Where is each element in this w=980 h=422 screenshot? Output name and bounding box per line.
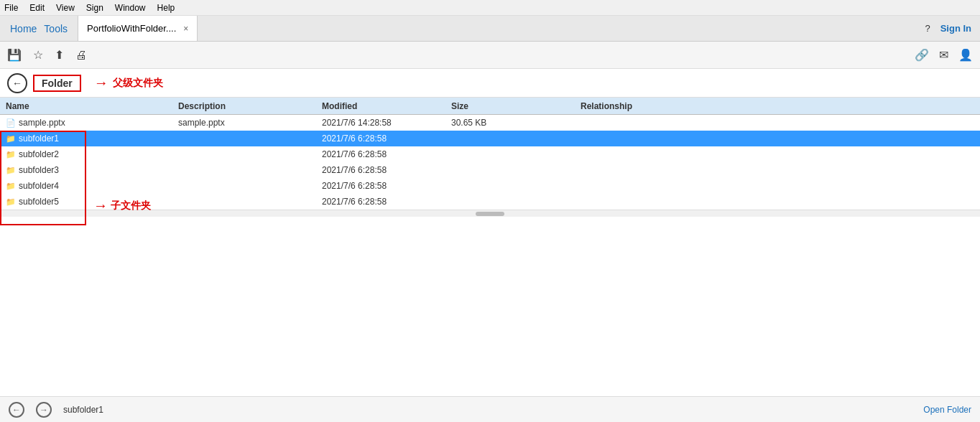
file-modified: 2021/7/6 6:28:58 bbox=[316, 197, 445, 207]
file-name-label: subfolder1 bbox=[19, 133, 59, 144]
nav-back-button[interactable]: ← bbox=[9, 402, 24, 418]
file-name: 📁 subfolder3 bbox=[0, 165, 172, 175]
folder-icon: 📁 bbox=[6, 197, 16, 207]
file-name: 📁 subfolder2 bbox=[0, 149, 172, 159]
menu-window[interactable]: Window bbox=[115, 3, 146, 13]
file-name: 📄 sample.pptx bbox=[0, 118, 172, 128]
file-row[interactable]: 📁 subfolder4 2021/7/6 6:28:58 bbox=[0, 178, 980, 194]
col-header-modified: Modified bbox=[316, 101, 445, 111]
sign-in-button[interactable]: Sign In bbox=[940, 23, 971, 34]
file-row[interactable]: 📁 subfolder3 2021/7/6 6:28:58 bbox=[0, 162, 980, 178]
toolbar-right: 🔗 ✉ 👤 bbox=[915, 48, 973, 62]
menu-bar: File Edit View Sign Window Help bbox=[0, 0, 980, 16]
file-modified: 2021/7/6 6:28:58 bbox=[316, 181, 445, 191]
col-header-relationship: Relationship bbox=[575, 101, 980, 111]
folder-icon: 📁 bbox=[6, 166, 16, 175]
parent-folder-arrow: → bbox=[94, 75, 108, 91]
folder-nav: ← Folder → 父级文件夹 bbox=[0, 69, 980, 98]
file-description: sample.pptx bbox=[172, 118, 316, 128]
tab-right-actions: ? Sign In bbox=[925, 16, 980, 41]
file-name-label: subfolder2 bbox=[19, 149, 59, 159]
file-row[interactable]: 📁 subfolder1 2021/7/6 6:28:58 bbox=[0, 131, 980, 146]
upload-icon[interactable]: ⬆ bbox=[55, 48, 64, 62]
scroll-area[interactable] bbox=[0, 210, 980, 217]
user-icon[interactable]: 👤 bbox=[958, 48, 973, 62]
parent-folder-label: 父级文件夹 bbox=[113, 77, 163, 90]
scroll-thumb bbox=[476, 212, 504, 216]
help-icon[interactable]: ? bbox=[925, 23, 930, 34]
col-header-name[interactable]: Name bbox=[0, 101, 172, 111]
menu-help[interactable]: Help bbox=[157, 3, 175, 13]
file-modified: 2021/7/6 6:28:58 bbox=[316, 133, 445, 144]
folder-icon: 📁 bbox=[6, 150, 16, 159]
main-content: ← Folder → 父级文件夹 Name Description Modifi… bbox=[0, 69, 980, 217]
menu-sign[interactable]: Sign bbox=[86, 3, 103, 13]
print-icon[interactable]: 🖨 bbox=[75, 49, 87, 62]
pptx-icon: 📄 bbox=[6, 118, 16, 128]
open-folder-button[interactable]: Open Folder bbox=[923, 405, 971, 415]
file-name-label: sample.pptx bbox=[19, 118, 65, 128]
file-modified: 2021/7/6 6:28:58 bbox=[316, 165, 445, 175]
file-rows-wrapper: 📄 sample.pptx sample.pptx 2021/7/6 14:28… bbox=[0, 115, 980, 210]
file-name: 📁 subfolder5 bbox=[0, 197, 172, 207]
file-name-label: subfolder3 bbox=[19, 165, 59, 175]
file-row[interactable]: 📁 subfolder5 2021/7/6 6:28:58 bbox=[0, 194, 980, 210]
tab-home[interactable]: Home bbox=[10, 23, 37, 34]
tab-close-button[interactable]: × bbox=[183, 24, 188, 34]
column-headers: Name Description Modified Size Relations… bbox=[0, 98, 980, 115]
col-header-size: Size bbox=[445, 101, 575, 111]
link-icon[interactable]: 🔗 bbox=[915, 48, 929, 62]
menu-file[interactable]: File bbox=[4, 3, 18, 13]
back-icon: ← bbox=[12, 78, 22, 89]
file-modified: 2021/7/6 6:28:58 bbox=[316, 149, 445, 159]
file-name: 📁 subfolder4 bbox=[0, 181, 172, 191]
toolbar: 💾 ☆ ⬆ 🖨 🔗 ✉ 👤 bbox=[0, 42, 980, 69]
save-icon[interactable]: 💾 bbox=[7, 48, 22, 62]
folder-annotation: → 父级文件夹 bbox=[94, 75, 163, 91]
tab-bar: Home Tools PortfolioWithFolder.... × ? S… bbox=[0, 16, 980, 42]
tab-home-tools: Home Tools bbox=[0, 16, 78, 41]
status-bar: ← → subfolder1 Open Folder bbox=[0, 396, 980, 422]
file-name-label: subfolder5 bbox=[19, 197, 59, 207]
file-modified: 2021/7/6 14:28:58 bbox=[316, 118, 445, 128]
folder-icon: 📁 bbox=[6, 134, 16, 144]
file-row[interactable]: 📁 subfolder2 2021/7/6 6:28:58 bbox=[0, 146, 980, 162]
back-button[interactable]: ← bbox=[7, 73, 27, 93]
current-path: subfolder1 bbox=[63, 405, 103, 415]
folder-label: Folder bbox=[33, 75, 81, 92]
tab-document[interactable]: PortfolioWithFolder.... × bbox=[78, 16, 198, 41]
nav-forward-button[interactable]: → bbox=[36, 402, 52, 418]
folder-icon: 📁 bbox=[6, 182, 16, 191]
col-header-desc: Description bbox=[172, 101, 316, 111]
bookmark-icon[interactable]: ☆ bbox=[33, 48, 43, 62]
file-rows: 📄 sample.pptx sample.pptx 2021/7/6 14:28… bbox=[0, 115, 980, 210]
menu-view[interactable]: View bbox=[56, 3, 75, 13]
menu-edit[interactable]: Edit bbox=[29, 3, 45, 13]
file-name: 📁 subfolder1 bbox=[0, 133, 172, 144]
file-size: 30.65 KB bbox=[445, 118, 575, 128]
tab-tools[interactable]: Tools bbox=[44, 23, 68, 34]
file-name-label: subfolder4 bbox=[19, 181, 59, 191]
mail-icon[interactable]: ✉ bbox=[939, 48, 948, 62]
file-row[interactable]: 📄 sample.pptx sample.pptx 2021/7/6 14:28… bbox=[0, 115, 980, 131]
tab-document-label: PortfolioWithFolder.... bbox=[87, 23, 176, 34]
